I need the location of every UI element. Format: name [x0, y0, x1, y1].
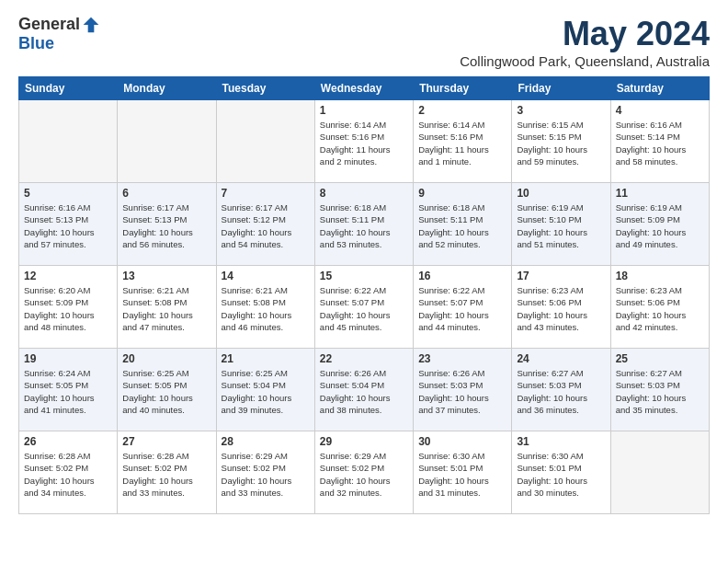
location-subtitle: Collingwood Park, Queensland, Australia: [460, 53, 710, 69]
day-number: 25: [616, 352, 704, 365]
day-info: Sunrise: 6:28 AM Sunset: 5:02 PM Dayligh…: [122, 450, 210, 499]
day-number: 10: [517, 187, 605, 200]
weekday-header-thursday: Thursday: [414, 77, 512, 100]
day-number: 26: [24, 435, 112, 448]
day-info: Sunrise: 6:19 AM Sunset: 5:10 PM Dayligh…: [517, 201, 605, 250]
title-area: May 2024 Collingwood Park, Queensland, A…: [460, 15, 710, 69]
day-info: Sunrise: 6:30 AM Sunset: 5:01 PM Dayligh…: [517, 450, 605, 499]
day-number: 7: [222, 187, 310, 200]
logo-icon: [82, 16, 100, 34]
calendar-week-row: 12Sunrise: 6:20 AM Sunset: 5:09 PM Dayli…: [19, 266, 710, 349]
day-info: Sunrise: 6:14 AM Sunset: 5:16 PM Dayligh…: [418, 119, 506, 167]
day-number: 4: [616, 104, 704, 117]
calendar-cell: 16Sunrise: 6:22 AM Sunset: 5:07 PM Dayli…: [414, 266, 512, 349]
calendar-table: SundayMondayTuesdayWednesdayThursdayFrid…: [18, 76, 710, 514]
logo: General Blue: [18, 15, 100, 53]
weekday-header-sunday: Sunday: [19, 77, 118, 100]
calendar-cell: 11Sunrise: 6:19 AM Sunset: 5:09 PM Dayli…: [610, 183, 709, 266]
calendar-cell: 2Sunrise: 6:14 AM Sunset: 5:16 PM Daylig…: [414, 100, 512, 183]
day-info: Sunrise: 6:21 AM Sunset: 5:08 PM Dayligh…: [222, 284, 310, 333]
day-number: 21: [222, 352, 310, 365]
day-number: 20: [122, 352, 210, 365]
day-info: Sunrise: 6:25 AM Sunset: 5:05 PM Dayligh…: [122, 367, 210, 416]
calendar-cell: 12Sunrise: 6:20 AM Sunset: 5:09 PM Dayli…: [19, 266, 118, 349]
calendar-cell: 21Sunrise: 6:25 AM Sunset: 5:04 PM Dayli…: [216, 349, 314, 431]
day-info: Sunrise: 6:29 AM Sunset: 5:02 PM Dayligh…: [222, 450, 310, 499]
calendar-cell: 27Sunrise: 6:28 AM Sunset: 5:02 PM Dayli…: [118, 431, 216, 514]
logo-general-text: General: [18, 15, 80, 34]
calendar-cell: 3Sunrise: 6:15 AM Sunset: 5:15 PM Daylig…: [512, 100, 610, 183]
weekday-header-saturday: Saturday: [610, 77, 709, 100]
calendar-cell: [610, 431, 709, 514]
day-info: Sunrise: 6:29 AM Sunset: 5:02 PM Dayligh…: [320, 450, 408, 499]
day-info: Sunrise: 6:23 AM Sunset: 5:06 PM Dayligh…: [616, 284, 704, 333]
calendar-cell: 20Sunrise: 6:25 AM Sunset: 5:05 PM Dayli…: [118, 349, 216, 431]
calendar-cell: 30Sunrise: 6:30 AM Sunset: 5:01 PM Dayli…: [414, 431, 512, 514]
calendar-cell: 5Sunrise: 6:16 AM Sunset: 5:13 PM Daylig…: [19, 183, 118, 266]
day-number: 31: [517, 435, 605, 448]
calendar-week-row: 19Sunrise: 6:24 AM Sunset: 5:05 PM Dayli…: [19, 349, 710, 431]
weekday-header-wednesday: Wednesday: [314, 77, 413, 100]
weekday-header-monday: Monday: [118, 77, 216, 100]
day-info: Sunrise: 6:24 AM Sunset: 5:05 PM Dayligh…: [24, 367, 112, 416]
day-number: 14: [222, 270, 310, 282]
day-number: 13: [122, 270, 210, 282]
day-info: Sunrise: 6:21 AM Sunset: 5:08 PM Dayligh…: [122, 284, 210, 333]
day-info: Sunrise: 6:18 AM Sunset: 5:11 PM Dayligh…: [320, 201, 408, 250]
day-number: 15: [320, 270, 408, 282]
day-info: Sunrise: 6:22 AM Sunset: 5:07 PM Dayligh…: [418, 284, 506, 333]
calendar-cell: 19Sunrise: 6:24 AM Sunset: 5:05 PM Dayli…: [19, 349, 118, 431]
day-number: 3: [517, 104, 605, 117]
calendar-cell: 1Sunrise: 6:14 AM Sunset: 5:16 PM Daylig…: [314, 100, 413, 183]
day-number: 27: [122, 435, 210, 448]
weekday-header-tuesday: Tuesday: [216, 77, 314, 100]
calendar-cell: 29Sunrise: 6:29 AM Sunset: 5:02 PM Dayli…: [314, 431, 413, 514]
day-number: 11: [616, 187, 704, 200]
day-number: 9: [418, 187, 506, 200]
calendar-header-row: SundayMondayTuesdayWednesdayThursdayFrid…: [19, 77, 710, 100]
calendar-cell: 9Sunrise: 6:18 AM Sunset: 5:11 PM Daylig…: [414, 183, 512, 266]
day-number: 18: [616, 270, 704, 282]
logo-blue-text: Blue: [18, 34, 54, 53]
calendar-cell: [216, 100, 314, 183]
day-number: 24: [517, 352, 605, 365]
calendar-cell: 6Sunrise: 6:17 AM Sunset: 5:13 PM Daylig…: [118, 183, 216, 266]
day-info: Sunrise: 6:26 AM Sunset: 5:04 PM Dayligh…: [320, 367, 408, 416]
calendar-cell: [19, 100, 118, 183]
day-info: Sunrise: 6:22 AM Sunset: 5:07 PM Dayligh…: [320, 284, 408, 333]
day-number: 2: [418, 104, 506, 117]
day-info: Sunrise: 6:26 AM Sunset: 5:03 PM Dayligh…: [418, 367, 506, 416]
day-info: Sunrise: 6:16 AM Sunset: 5:14 PM Dayligh…: [616, 119, 704, 167]
day-info: Sunrise: 6:19 AM Sunset: 5:09 PM Dayligh…: [616, 201, 704, 250]
calendar-cell: 31Sunrise: 6:30 AM Sunset: 5:01 PM Dayli…: [512, 431, 610, 514]
calendar-cell: 10Sunrise: 6:19 AM Sunset: 5:10 PM Dayli…: [512, 183, 610, 266]
calendar-cell: 23Sunrise: 6:26 AM Sunset: 5:03 PM Dayli…: [414, 349, 512, 431]
month-title: May 2024: [460, 15, 710, 53]
day-info: Sunrise: 6:16 AM Sunset: 5:13 PM Dayligh…: [24, 201, 112, 250]
day-info: Sunrise: 6:23 AM Sunset: 5:06 PM Dayligh…: [517, 284, 605, 333]
day-info: Sunrise: 6:28 AM Sunset: 5:02 PM Dayligh…: [24, 450, 112, 499]
calendar-cell: 8Sunrise: 6:18 AM Sunset: 5:11 PM Daylig…: [314, 183, 413, 266]
calendar-cell: 4Sunrise: 6:16 AM Sunset: 5:14 PM Daylig…: [610, 100, 709, 183]
day-info: Sunrise: 6:14 AM Sunset: 5:16 PM Dayligh…: [320, 119, 408, 167]
calendar-cell: 28Sunrise: 6:29 AM Sunset: 5:02 PM Dayli…: [216, 431, 314, 514]
calendar-cell: 25Sunrise: 6:27 AM Sunset: 5:03 PM Dayli…: [610, 349, 709, 431]
calendar-cell: 22Sunrise: 6:26 AM Sunset: 5:04 PM Dayli…: [314, 349, 413, 431]
page-header: General Blue May 2024 Collingwood Park, …: [18, 15, 710, 69]
calendar-cell: 15Sunrise: 6:22 AM Sunset: 5:07 PM Dayli…: [314, 266, 413, 349]
day-info: Sunrise: 6:17 AM Sunset: 5:13 PM Dayligh…: [122, 201, 210, 250]
day-number: 28: [222, 435, 310, 448]
calendar-week-row: 26Sunrise: 6:28 AM Sunset: 5:02 PM Dayli…: [19, 431, 710, 514]
day-number: 12: [24, 270, 112, 282]
day-number: 1: [320, 104, 408, 117]
calendar-cell: 26Sunrise: 6:28 AM Sunset: 5:02 PM Dayli…: [19, 431, 118, 514]
calendar-cell: 14Sunrise: 6:21 AM Sunset: 5:08 PM Dayli…: [216, 266, 314, 349]
day-number: 29: [320, 435, 408, 448]
calendar-cell: 24Sunrise: 6:27 AM Sunset: 5:03 PM Dayli…: [512, 349, 610, 431]
day-number: 30: [418, 435, 506, 448]
calendar-cell: 18Sunrise: 6:23 AM Sunset: 5:06 PM Dayli…: [610, 266, 709, 349]
calendar-week-row: 5Sunrise: 6:16 AM Sunset: 5:13 PM Daylig…: [19, 183, 710, 266]
day-number: 22: [320, 352, 408, 365]
weekday-header-friday: Friday: [512, 77, 610, 100]
day-number: 17: [517, 270, 605, 282]
